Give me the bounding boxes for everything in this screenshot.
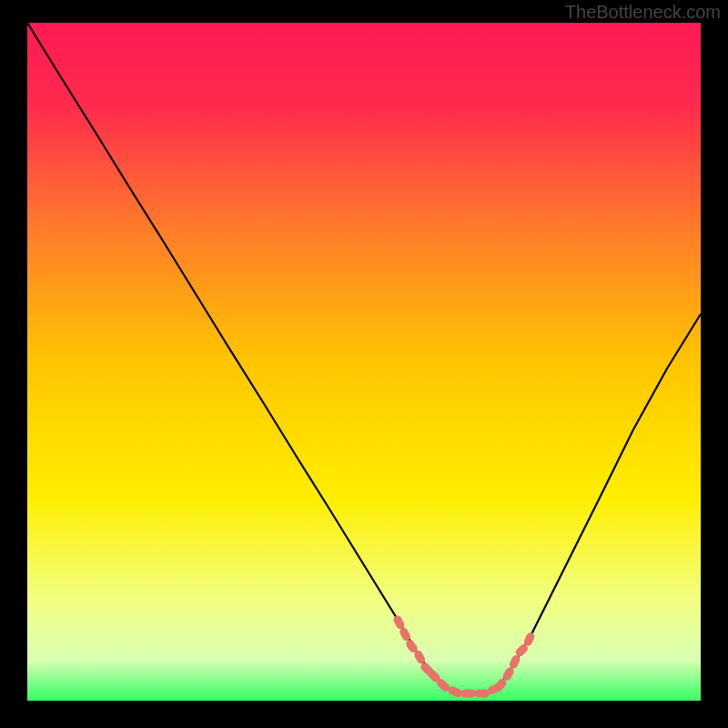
chart-svg: [27, 23, 701, 701]
watermark-text: TheBottleneck.com: [565, 2, 721, 23]
gradient-background: [27, 23, 701, 701]
plot-area: [27, 23, 701, 701]
